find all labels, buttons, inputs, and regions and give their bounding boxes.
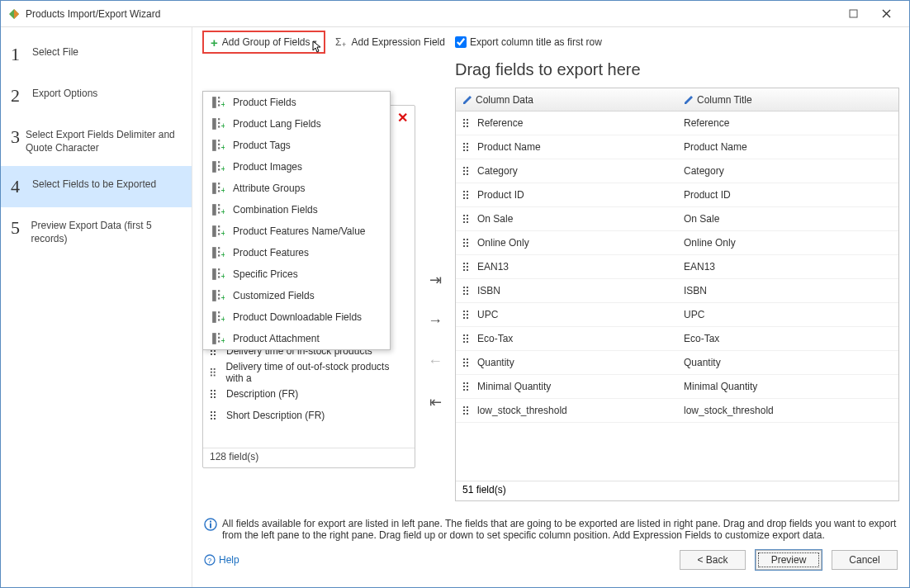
dropdown-item[interactable]: +Product Images: [203, 156, 390, 178]
table-row[interactable]: low_stock_thresholdlow_stock_threshold: [456, 399, 898, 423]
group-icon: +: [211, 268, 225, 281]
svg-rect-29: [211, 415, 212, 416]
dropdown-item[interactable]: +Combination Fields: [203, 199, 390, 220]
svg-rect-149: [218, 233, 220, 235]
add-one-icon[interactable]: →: [428, 312, 443, 330]
svg-rect-87: [463, 334, 465, 336]
table-row[interactable]: EAN13EAN13: [456, 255, 898, 279]
svg-rect-50: [467, 173, 468, 175]
table-row[interactable]: QuantityQuantity: [456, 351, 898, 375]
table-row[interactable]: Minimal QuantityMinimal Quantity: [456, 375, 898, 399]
info-text: All fields available for export are list…: [192, 508, 909, 544]
add-group-of-fields-button[interactable]: + Add Group of Fields ▾: [202, 31, 325, 54]
svg-rect-65: [463, 242, 465, 244]
grip-icon: [462, 405, 472, 415]
svg-rect-22: [214, 390, 216, 391]
remove-one-icon[interactable]: ←: [428, 353, 443, 370]
svg-rect-104: [467, 389, 468, 391]
sigma-icon: Σ+: [335, 36, 348, 49]
dropdown-item[interactable]: +Product Features: [203, 242, 390, 263]
pencil-icon: [684, 95, 694, 105]
svg-rect-40: [467, 143, 468, 145]
svg-rect-39: [463, 143, 465, 145]
group-icon: +: [211, 96, 225, 109]
available-field-row[interactable]: Description (FR): [203, 383, 415, 405]
wizard-step-1[interactable]: 1Select File: [1, 34, 192, 75]
svg-rect-30: [214, 415, 216, 416]
svg-rect-15: [211, 368, 212, 370]
svg-rect-75: [463, 287, 465, 288]
window-title: Products Import/Export Wizard: [26, 8, 837, 20]
export-columns-table[interactable]: Column Data Column Title ReferenceRefere…: [455, 88, 899, 501]
add-all-icon[interactable]: ⇥: [429, 271, 442, 289]
svg-rect-59: [463, 218, 465, 220]
available-fields-count: 128 field(s): [203, 448, 415, 467]
svg-rect-96: [467, 362, 468, 363]
export-drop-title: Drag fields to export here: [455, 60, 899, 79]
preview-button[interactable]: Preview: [756, 550, 822, 570]
toolbar: + Add Group of Fields ▾ Σ+ Add Expressio…: [192, 27, 909, 57]
grip-icon: [462, 238, 472, 248]
svg-rect-31: [211, 418, 212, 420]
help-link[interactable]: ? Help: [204, 554, 239, 566]
grip-icon: [462, 118, 472, 128]
dropdown-item[interactable]: +Customized Fields: [203, 285, 390, 306]
dropdown-item[interactable]: +Product Lang Fields: [203, 113, 390, 135]
wizard-steps-sidebar: 1Select File 2Export Options 3Select Exp…: [1, 27, 192, 587]
table-row[interactable]: ISBNISBN: [456, 279, 898, 303]
svg-rect-44: [467, 149, 468, 151]
cancel-button[interactable]: Cancel: [832, 550, 898, 570]
add-expression-field-button[interactable]: Σ+ Add Expression Field: [335, 36, 445, 49]
table-row[interactable]: ReferenceReference: [456, 111, 898, 135]
svg-rect-171: [212, 333, 216, 344]
dropdown-item[interactable]: +Attribute Groups: [203, 178, 390, 199]
table-row[interactable]: Product NameProduct Name: [456, 135, 898, 159]
add-group-dropdown[interactable]: +Product Fields+Product Lang Fields+Prod…: [202, 91, 391, 350]
group-icon: +: [211, 117, 225, 130]
available-field-row[interactable]: Delivery time of out-of-stock products w…: [203, 362, 415, 383]
svg-rect-60: [467, 218, 468, 220]
svg-rect-147: [218, 225, 220, 227]
table-row[interactable]: Eco-TaxEco-Tax: [456, 327, 898, 351]
svg-rect-108: [467, 410, 468, 411]
svg-rect-97: [463, 365, 465, 367]
back-button[interactable]: < Back: [680, 550, 746, 570]
close-button[interactable]: [870, 2, 903, 26]
dropdown-item[interactable]: +Product Downloadable Fields: [203, 306, 390, 328]
wizard-step-2[interactable]: 2Export Options: [1, 75, 192, 116]
export-first-row-checkbox[interactable]: Export column title as first row: [455, 36, 602, 48]
table-row[interactable]: Online OnlyOnline Only: [456, 231, 898, 255]
table-row[interactable]: UPCUPC: [456, 303, 898, 327]
pencil-icon: [462, 95, 472, 105]
available-field-row[interactable]: Short Description (FR): [203, 405, 415, 426]
export-fields-count: 51 field(s): [456, 481, 898, 500]
svg-text:+: +: [220, 100, 225, 109]
dropdown-item[interactable]: +Product Fields: [203, 92, 390, 113]
dropdown-item[interactable]: +Product Tags: [203, 135, 390, 156]
svg-rect-38: [467, 126, 468, 127]
table-row[interactable]: Product IDProduct ID: [456, 183, 898, 207]
svg-rect-43: [463, 149, 465, 151]
svg-rect-69: [463, 263, 465, 264]
svg-rect-63: [463, 239, 465, 240]
svg-rect-52: [467, 191, 468, 192]
svg-rect-93: [463, 358, 465, 360]
clear-icon[interactable]: ✕: [397, 110, 408, 126]
svg-rect-76: [467, 287, 468, 288]
wizard-step-4[interactable]: 4Select Fields to be Exported: [1, 166, 192, 207]
dropdown-item[interactable]: +Product Attachment: [203, 328, 390, 349]
remove-all-icon[interactable]: ⇤: [429, 393, 442, 411]
dropdown-item[interactable]: +Product Features Name/Value: [203, 220, 390, 242]
wizard-step-5[interactable]: 5Preview Export Data (first 5 records): [1, 207, 192, 257]
svg-rect-27: [211, 411, 212, 413]
svg-rect-138: [218, 187, 220, 188]
export-first-row-checkbox-input[interactable]: [455, 36, 467, 48]
wizard-step-3[interactable]: 3Select Export Fields Delimiter and Quot…: [1, 116, 192, 166]
svg-rect-17: [211, 372, 212, 373]
svg-rect-99: [463, 382, 465, 384]
svg-rect-46: [467, 167, 468, 168]
table-row[interactable]: On SaleOn Sale: [456, 207, 898, 231]
dropdown-item[interactable]: +Specific Prices: [203, 263, 390, 285]
table-row[interactable]: CategoryCategory: [456, 159, 898, 183]
maximize-button[interactable]: [837, 2, 870, 26]
